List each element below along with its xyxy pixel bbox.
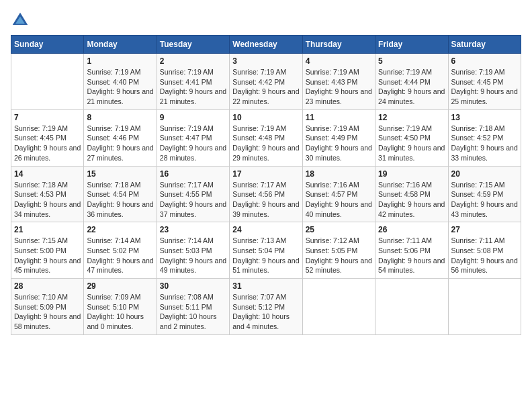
calendar-cell: 17Sunrise: 7:17 AMSunset: 4:56 PMDayligh… <box>230 166 302 222</box>
day-info: Sunrise: 7:19 AMSunset: 4:47 PMDaylight:… <box>160 124 226 163</box>
day-number: 10 <box>232 113 299 122</box>
day-info: Sunrise: 7:16 AMSunset: 4:58 PMDaylight:… <box>378 180 445 220</box>
day-number: 1 <box>87 56 153 66</box>
calendar-cell: 7Sunrise: 7:19 AMSunset: 4:45 PMDaylight… <box>11 109 84 166</box>
calendar-cell: 21Sunrise: 7:15 AMSunset: 5:00 PMDayligh… <box>11 222 84 279</box>
day-number: 12 <box>378 113 445 122</box>
day-info: Sunrise: 7:17 AMSunset: 4:55 PMDaylight:… <box>160 180 226 220</box>
day-info: Sunrise: 7:19 AMSunset: 4:45 PMDaylight:… <box>451 67 518 107</box>
calendar-cell: 10Sunrise: 7:19 AMSunset: 4:48 PMDayligh… <box>230 109 302 166</box>
calendar-cell: 20Sunrise: 7:15 AMSunset: 4:59 PMDayligh… <box>448 166 521 222</box>
day-info: Sunrise: 7:11 AMSunset: 5:06 PMDaylight:… <box>378 236 445 275</box>
day-info: Sunrise: 7:15 AMSunset: 4:59 PMDaylight:… <box>451 180 518 220</box>
day-number: 24 <box>232 225 299 234</box>
calendar-cell: 9Sunrise: 7:19 AMSunset: 4:47 PMDaylight… <box>157 109 229 166</box>
day-number: 6 <box>451 56 518 66</box>
calendar-cell <box>302 279 375 335</box>
calendar-cell: 3Sunrise: 7:19 AMSunset: 4:42 PMDaylight… <box>230 54 302 110</box>
day-number: 21 <box>14 225 81 234</box>
weekday-header: Friday <box>375 36 448 54</box>
weekday-header: Sunday <box>11 36 84 54</box>
calendar-cell: 26Sunrise: 7:11 AMSunset: 5:06 PMDayligh… <box>375 222 448 279</box>
day-info: Sunrise: 7:18 AMSunset: 4:52 PMDaylight:… <box>451 124 518 163</box>
day-number: 20 <box>451 169 518 179</box>
day-info: Sunrise: 7:09 AMSunset: 5:10 PMDaylight:… <box>87 292 153 332</box>
day-info: Sunrise: 7:19 AMSunset: 4:42 PMDaylight:… <box>232 67 299 107</box>
day-number: 11 <box>306 113 372 122</box>
calendar-cell: 31Sunrise: 7:07 AMSunset: 5:12 PMDayligh… <box>230 279 302 335</box>
day-number: 15 <box>87 169 153 179</box>
day-number: 23 <box>160 225 226 234</box>
day-number: 13 <box>451 113 518 122</box>
day-number: 14 <box>14 169 81 179</box>
calendar-week-row: 1Sunrise: 7:19 AMSunset: 4:40 PMDaylight… <box>11 54 521 110</box>
day-number: 2 <box>160 56 226 66</box>
day-info: Sunrise: 7:19 AMSunset: 4:49 PMDaylight:… <box>306 124 372 163</box>
calendar-cell: 23Sunrise: 7:14 AMSunset: 5:03 PMDayligh… <box>157 222 229 279</box>
day-info: Sunrise: 7:07 AMSunset: 5:12 PMDaylight:… <box>232 292 299 332</box>
calendar-cell: 18Sunrise: 7:16 AMSunset: 4:57 PMDayligh… <box>302 166 375 222</box>
day-info: Sunrise: 7:17 AMSunset: 4:56 PMDaylight:… <box>232 180 299 220</box>
calendar-cell: 19Sunrise: 7:16 AMSunset: 4:58 PMDayligh… <box>375 166 448 222</box>
day-number: 17 <box>232 169 299 179</box>
day-info: Sunrise: 7:19 AMSunset: 4:43 PMDaylight:… <box>306 67 372 107</box>
calendar-header: SundayMondayTuesdayWednesdayThursdayFrid… <box>11 36 521 54</box>
day-number: 7 <box>14 113 81 122</box>
day-number: 29 <box>87 281 153 291</box>
calendar-cell: 13Sunrise: 7:18 AMSunset: 4:52 PMDayligh… <box>448 109 521 166</box>
calendar-cell: 11Sunrise: 7:19 AMSunset: 4:49 PMDayligh… <box>302 109 375 166</box>
day-info: Sunrise: 7:16 AMSunset: 4:57 PMDaylight:… <box>306 180 372 220</box>
day-number: 9 <box>160 113 226 122</box>
calendar-cell: 27Sunrise: 7:11 AMSunset: 5:08 PMDayligh… <box>448 222 521 279</box>
calendar-cell: 6Sunrise: 7:19 AMSunset: 4:45 PMDaylight… <box>448 54 521 110</box>
day-info: Sunrise: 7:15 AMSunset: 5:00 PMDaylight:… <box>14 236 81 275</box>
calendar-cell: 8Sunrise: 7:19 AMSunset: 4:46 PMDaylight… <box>84 109 157 166</box>
day-info: Sunrise: 7:14 AMSunset: 5:02 PMDaylight:… <box>87 236 153 275</box>
day-number: 16 <box>160 169 226 179</box>
weekday-header: Monday <box>84 36 157 54</box>
day-info: Sunrise: 7:18 AMSunset: 4:53 PMDaylight:… <box>14 180 81 220</box>
calendar-cell: 25Sunrise: 7:12 AMSunset: 5:05 PMDayligh… <box>302 222 375 279</box>
calendar-week-row: 14Sunrise: 7:18 AMSunset: 4:53 PMDayligh… <box>11 166 521 222</box>
day-info: Sunrise: 7:19 AMSunset: 4:44 PMDaylight:… <box>378 67 445 107</box>
day-info: Sunrise: 7:19 AMSunset: 4:46 PMDaylight:… <box>87 124 153 163</box>
day-info: Sunrise: 7:19 AMSunset: 4:45 PMDaylight:… <box>14 124 81 163</box>
weekday-header: Thursday <box>302 36 375 54</box>
calendar-cell <box>11 54 84 110</box>
page-header <box>11 11 521 30</box>
logo-icon <box>11 11 30 30</box>
day-number: 5 <box>378 56 445 66</box>
calendar-week-row: 21Sunrise: 7:15 AMSunset: 5:00 PMDayligh… <box>11 222 521 279</box>
calendar-week-row: 28Sunrise: 7:10 AMSunset: 5:09 PMDayligh… <box>11 279 521 335</box>
day-number: 28 <box>14 281 81 291</box>
day-info: Sunrise: 7:12 AMSunset: 5:05 PMDaylight:… <box>306 236 372 275</box>
calendar-cell <box>448 279 521 335</box>
calendar-cell: 1Sunrise: 7:19 AMSunset: 4:40 PMDaylight… <box>84 54 157 110</box>
day-number: 18 <box>306 169 372 179</box>
day-info: Sunrise: 7:19 AMSunset: 4:50 PMDaylight:… <box>378 124 445 163</box>
day-info: Sunrise: 7:19 AMSunset: 4:41 PMDaylight:… <box>160 67 226 107</box>
day-number: 25 <box>306 225 372 234</box>
calendar-cell: 15Sunrise: 7:18 AMSunset: 4:54 PMDayligh… <box>84 166 157 222</box>
calendar-cell: 22Sunrise: 7:14 AMSunset: 5:02 PMDayligh… <box>84 222 157 279</box>
calendar-body: 1Sunrise: 7:19 AMSunset: 4:40 PMDaylight… <box>11 54 521 335</box>
day-info: Sunrise: 7:19 AMSunset: 4:48 PMDaylight:… <box>232 124 299 163</box>
calendar-cell: 30Sunrise: 7:08 AMSunset: 5:11 PMDayligh… <box>157 279 229 335</box>
calendar-cell: 14Sunrise: 7:18 AMSunset: 4:53 PMDayligh… <box>11 166 84 222</box>
day-info: Sunrise: 7:19 AMSunset: 4:40 PMDaylight:… <box>87 67 153 107</box>
weekday-header: Saturday <box>448 36 521 54</box>
calendar-cell: 2Sunrise: 7:19 AMSunset: 4:41 PMDaylight… <box>157 54 229 110</box>
day-info: Sunrise: 7:14 AMSunset: 5:03 PMDaylight:… <box>160 236 226 275</box>
weekday-header: Wednesday <box>230 36 302 54</box>
day-info: Sunrise: 7:18 AMSunset: 4:54 PMDaylight:… <box>87 180 153 220</box>
calendar-cell <box>375 279 448 335</box>
day-info: Sunrise: 7:08 AMSunset: 5:11 PMDaylight:… <box>160 292 226 332</box>
day-number: 8 <box>87 113 153 122</box>
day-number: 30 <box>160 281 226 291</box>
calendar-cell: 28Sunrise: 7:10 AMSunset: 5:09 PMDayligh… <box>11 279 84 335</box>
logo <box>11 11 32 30</box>
day-number: 19 <box>378 169 445 179</box>
calendar-cell: 24Sunrise: 7:13 AMSunset: 5:04 PMDayligh… <box>230 222 302 279</box>
day-number: 27 <box>451 225 518 234</box>
day-number: 26 <box>378 225 445 234</box>
